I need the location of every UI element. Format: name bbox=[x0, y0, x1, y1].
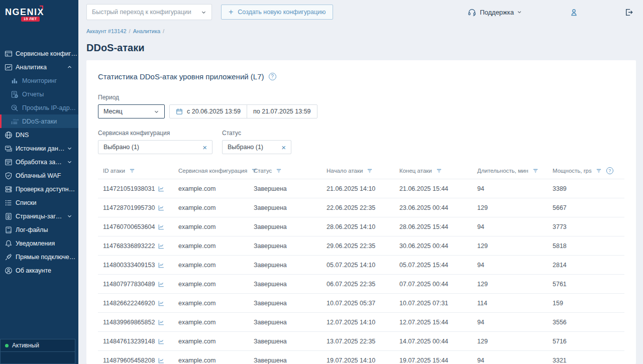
date-from-input[interactable]: с 20.06.2025 13:59 bbox=[170, 105, 247, 118]
breadcrumb-link-1[interactable]: Аналитика bbox=[133, 28, 160, 34]
sidebar-item-log-files[interactable]: LOGЛог-файлы bbox=[0, 223, 78, 236]
attack-chart-link-icon[interactable] bbox=[158, 242, 165, 250]
account-status-widget: Активный bbox=[0, 339, 75, 364]
attack-id: 114807977830489 bbox=[103, 281, 155, 288]
attack-id-cell: 114768336893222 bbox=[98, 236, 173, 256]
sidebar-item-request-processing[interactable]: Обработка запросов bbox=[0, 155, 78, 169]
account-status-row-empty[interactable] bbox=[0, 351, 75, 364]
duration-cell: 129 bbox=[472, 198, 548, 217]
quick-jump-select[interactable]: Быстрый переход к конфигурации bbox=[86, 4, 212, 20]
clear-icon[interactable]: × bbox=[277, 143, 286, 152]
attack-chart-link-icon[interactable] bbox=[158, 204, 165, 211]
duration-cell: 94 bbox=[472, 351, 548, 364]
sidebar-item-analytics[interactable]: Аналитика bbox=[0, 60, 78, 74]
help-icon[interactable]: ? bbox=[269, 73, 276, 80]
sidebar-item-stub-pages[interactable]: Страницы-заглушки bbox=[0, 209, 78, 223]
sidebar-item-data-sources[interactable]: Источники данных bbox=[0, 142, 78, 155]
status-cell: Завершена bbox=[249, 351, 322, 364]
duration-cell: 129 bbox=[472, 332, 548, 351]
column-label: Длительность, мин bbox=[477, 168, 528, 174]
sidebar-item-monitoring[interactable]: Мониторинг bbox=[0, 74, 78, 87]
sidebar-item-cloud-waf[interactable]: Облачный WAF bbox=[0, 169, 78, 182]
attack-id-cell: 114800333409153 bbox=[98, 256, 173, 275]
sidebar-item-dns[interactable]: DNS bbox=[0, 128, 78, 142]
start-cell: 28.06.2025 14:10 bbox=[322, 217, 394, 236]
create-config-button[interactable]: + Создать новую конфигурацию bbox=[221, 5, 333, 20]
duration-cell: 94 bbox=[472, 179, 548, 198]
table-row: 114721051938031example.comЗавершена21.06… bbox=[98, 179, 624, 198]
create-config-label: Создать новую конфигурацию bbox=[238, 9, 326, 16]
column-label: ID атаки bbox=[103, 168, 125, 174]
power-help-icon[interactable]: ? bbox=[606, 167, 613, 174]
sidebar-item-label: Прямые подключения bbox=[16, 254, 78, 261]
sidebar-item-about-account[interactable]: Об аккаунте bbox=[0, 264, 78, 277]
power-cell: 3556 bbox=[548, 313, 624, 332]
main-area: Быстрый переход к конфигурации + Создать… bbox=[78, 0, 643, 364]
duration-cell: 94 bbox=[472, 313, 548, 332]
ngenix-logo[interactable]: NGENIX 15 ЛЕТ bbox=[0, 0, 78, 26]
attack-chart-link-icon[interactable] bbox=[158, 281, 165, 288]
column-filter-icon[interactable] bbox=[436, 168, 442, 174]
duration-cell: 94 bbox=[472, 217, 548, 236]
attack-chart-link-icon[interactable] bbox=[158, 300, 165, 307]
lists-icon bbox=[5, 199, 13, 207]
chevron-down-icon bbox=[67, 213, 72, 219]
sidebar-item-ddos-attacks[interactable]: DDoSDDoS-атаки bbox=[0, 114, 78, 128]
service-config-filter-value: Выбрано (1) bbox=[103, 144, 139, 151]
period-select[interactable]: Месяц bbox=[98, 104, 165, 118]
end-cell: 28.06.2025 15:44 bbox=[394, 217, 472, 236]
logout-icon[interactable] bbox=[624, 8, 633, 17]
attack-chart-link-icon[interactable] bbox=[158, 262, 165, 269]
column-filter-icon[interactable] bbox=[532, 168, 539, 174]
sidebar: NGENIX 15 ЛЕТ Сервисные конфигурацииАнал… bbox=[0, 0, 78, 364]
ddos-icon: DDoS bbox=[11, 117, 19, 126]
user-icon[interactable] bbox=[570, 8, 578, 17]
table-row: 114728701995730example.comЗавершена22.06… bbox=[98, 198, 624, 217]
sidebar-item-availability-check[interactable]: Проверка доступности bbox=[0, 182, 78, 196]
svg-text:DDoS: DDoS bbox=[13, 118, 19, 120]
sidebar-item-service-configs[interactable]: Сервисные конфигурации bbox=[0, 47, 78, 60]
column-filter-icon[interactable] bbox=[596, 168, 602, 174]
attack-id-cell: 114826622246920 bbox=[98, 294, 173, 313]
config-cell: example.com bbox=[173, 275, 249, 294]
status-filter[interactable]: Выбрано (1) × bbox=[222, 140, 291, 154]
sidebar-item-label: Отчеты bbox=[22, 91, 78, 98]
ipprofile-icon bbox=[11, 104, 19, 112]
column-filter-icon[interactable] bbox=[276, 168, 282, 174]
power-cell: 5716 bbox=[548, 332, 624, 351]
svg-text:LOG: LOG bbox=[7, 230, 11, 232]
account-icon bbox=[5, 267, 13, 275]
clear-icon[interactable]: × bbox=[198, 143, 207, 152]
page-title: DDoS-атаки bbox=[86, 42, 643, 54]
account-status-row[interactable]: Активный bbox=[0, 339, 75, 351]
attack-chart-link-icon[interactable] bbox=[158, 223, 165, 230]
plus-icon: + bbox=[229, 8, 233, 16]
attack-id-cell: 114728701995730 bbox=[98, 198, 173, 217]
sidebar-item-direct-connections[interactable]: Прямые подключения bbox=[0, 250, 78, 264]
attack-chart-link-icon[interactable] bbox=[158, 357, 165, 364]
sidebar-item-reports[interactable]: Отчеты bbox=[0, 87, 78, 101]
column-label: Статус bbox=[254, 168, 272, 174]
attack-chart-link-icon[interactable] bbox=[158, 319, 165, 326]
sidebar-item-ip-profile[interactable]: Профиль IP-адреса bbox=[0, 101, 78, 114]
date-to-input[interactable]: по 21.07.2025 13:59 bbox=[247, 105, 317, 118]
service-config-filter[interactable]: Выбрано (1) × bbox=[98, 140, 212, 154]
end-cell: 14.07.2025 00:44 bbox=[394, 332, 472, 351]
date-from-value: с 20.06.2025 13:59 bbox=[187, 108, 241, 115]
waf-icon bbox=[5, 172, 13, 180]
support-menu[interactable]: Поддержка bbox=[468, 8, 522, 17]
table-row: 114847613239148example.comЗавершена13.07… bbox=[98, 332, 624, 351]
breadcrumb-link-0[interactable]: Аккаунт #13142 bbox=[86, 28, 127, 34]
column-filter-icon[interactable] bbox=[367, 168, 373, 174]
support-label: Поддержка bbox=[480, 9, 514, 16]
attack-chart-link-icon[interactable] bbox=[158, 185, 165, 192]
sidebar-item-notifications[interactable]: Уведомления bbox=[0, 236, 78, 250]
account-status-label: Активный bbox=[12, 342, 39, 349]
topbar: Быстрый переход к конфигурации + Создать… bbox=[78, 0, 643, 24]
attack-chart-link-icon[interactable] bbox=[158, 338, 165, 345]
sidebar-item-label: Аналитика bbox=[16, 64, 65, 71]
breadcrumb: Аккаунт #13142/Аналитика/ bbox=[86, 28, 643, 34]
column-filter-icon[interactable] bbox=[129, 168, 135, 174]
sidebar-item-lists[interactable]: Списки bbox=[0, 196, 78, 209]
config-cell: example.com bbox=[173, 236, 249, 256]
